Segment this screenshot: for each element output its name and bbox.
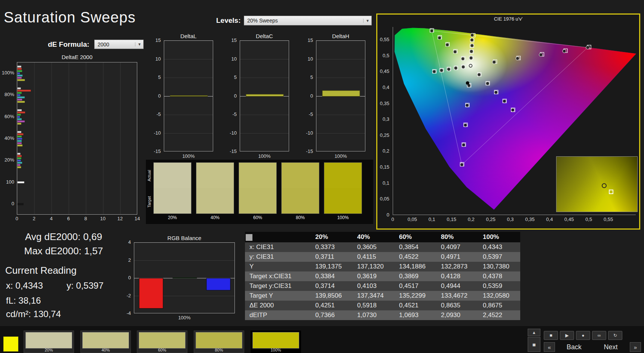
deltae-bar: [18, 94, 21, 96]
levels-dropdown[interactable]: 20% Sweeps ▼: [244, 16, 372, 25]
deltaH-y-tick: 15: [308, 37, 313, 43]
swatch-face: [252, 332, 299, 349]
inset-measured-point: [602, 183, 607, 188]
measured-point-green: [453, 50, 457, 53]
deltaL-y-tick: 5: [158, 74, 161, 80]
deltae-x-tick: 2: [30, 216, 38, 221]
cie-x-tick: 0,1: [425, 217, 439, 222]
rgb-balance-title: RGB Balance: [134, 235, 235, 241]
strip-swatch-100%: [324, 162, 362, 214]
deltac-y-axis: 151050-5-10-15: [226, 40, 238, 151]
current-y: y: 0,5397: [67, 280, 104, 291]
measured-point-green: [446, 43, 449, 46]
row-label: Target x:CIE31: [245, 271, 311, 281]
stop-icon[interactable]: ■: [544, 331, 558, 340]
strip-swatch-80%: [281, 162, 319, 214]
rgb-balance-plot: [134, 242, 235, 313]
deltae-x-tick: 12: [116, 216, 124, 221]
deltae-bar: [18, 203, 24, 205]
refresh-icon[interactable]: ↻: [608, 331, 622, 340]
deltaC-y-tick: 5: [234, 74, 237, 80]
deltac-x-label: 100%: [240, 153, 289, 159]
back-arrow-icon[interactable]: «: [544, 342, 555, 352]
actual-target-swatch-strip: Actual Target 20%40%60%80%100%: [146, 160, 373, 224]
deltah-chart: DeltaH 151050-5-10-15 100%: [303, 33, 365, 162]
deltah-title: DeltaH: [316, 33, 365, 39]
level-swatch-100%[interactable]: 100%: [251, 331, 301, 353]
current-point: [466, 82, 469, 85]
table-cell: 133,4672: [436, 291, 478, 301]
deltae-y-tick: 60%: [4, 114, 14, 119]
deltae-bar: [18, 88, 21, 89]
record-icon[interactable]: ●: [576, 331, 590, 340]
cie-x-tick: 0,15: [445, 217, 458, 222]
deltah-y-axis: 151050-5-10-15: [303, 40, 315, 151]
page-title: Saturation Sweeps: [4, 9, 136, 26]
measured-point-red: [516, 57, 519, 60]
current-patch-swatch[interactable]: [3, 337, 18, 352]
deltae-bar: [18, 145, 23, 147]
table-cell: 0,3373: [311, 242, 353, 252]
deltah-x-label: 100%: [316, 153, 365, 159]
cie-x-tick: 0,35: [523, 217, 537, 222]
deltae-bar: [18, 155, 22, 157]
cie-y-tick: 0,2: [383, 148, 389, 154]
measured-point-magenta: [494, 90, 498, 94]
deltae-y-tick: 0: [12, 201, 14, 206]
back-button[interactable]: Back: [558, 342, 590, 352]
next-button[interactable]: Next: [595, 342, 627, 352]
row-label: ΔE 2000: [245, 301, 311, 310]
deltal-chart: DeltaL 151050-5-10-15 100%: [150, 33, 213, 162]
measured-point-magenta: [478, 73, 481, 76]
measured-point-blue: [462, 143, 465, 147]
actual-half: [196, 163, 234, 188]
table-cell: 0,7366: [311, 310, 353, 320]
table-cell: 0,4378: [478, 271, 520, 281]
table-corner-cell: [245, 232, 311, 242]
table-header-cell: 20%: [311, 232, 353, 242]
strip-swatch-label: 20%: [153, 215, 191, 220]
cie-y-tick: 0,4: [383, 85, 389, 90]
deltal-plot: [164, 40, 213, 151]
play-icon[interactable]: ▶: [560, 331, 574, 340]
table-cell: 0,4521: [395, 301, 436, 310]
table-cell: 0,4115: [353, 252, 395, 262]
level-swatch-40%[interactable]: 40%: [80, 331, 131, 353]
deltae-bar: [18, 70, 22, 72]
table-cell: 2,4522: [478, 310, 520, 320]
level-swatch-20%[interactable]: 20%: [24, 331, 74, 353]
table-row: y: CIE310,37110,41150,45220,49710,5397: [245, 252, 520, 262]
rgb-y-tick: -2: [126, 293, 131, 298]
table-cell: 0,4343: [478, 242, 520, 252]
deltaC-y-tick: -15: [230, 148, 237, 154]
current-reading-label: Current Reading: [5, 265, 77, 276]
de-formula-dropdown[interactable]: 2000 ▼: [94, 40, 144, 49]
cie-y-tick: 0,35: [380, 101, 389, 106]
measured-point-cyan: [440, 69, 443, 72]
loop-icon[interactable]: ∞: [592, 331, 606, 340]
level-swatch-80%[interactable]: 80%: [194, 331, 244, 353]
deltaL-bar: [170, 96, 208, 96]
actual-half: [154, 163, 191, 188]
table-cell: 0,4944: [436, 281, 478, 291]
deltae-y-tick: 100: [6, 179, 14, 185]
deltaC-y-tick: 0: [234, 93, 237, 99]
table-cell: 0,5359: [478, 281, 520, 291]
row-label: dEITP: [245, 310, 311, 320]
table-header-cell: 60%: [395, 232, 436, 242]
deltaL-y-tick: 0: [158, 93, 161, 99]
deltae-bar: [18, 92, 22, 94]
measured-point-yellow: [470, 33, 474, 37]
next-arrow-icon[interactable]: »: [630, 342, 641, 352]
levels-label: Levels:: [216, 16, 240, 25]
deltae-y-tick: 20%: [4, 157, 14, 163]
deltal-x-label: 100%: [164, 153, 213, 159]
cie-y-tick: 0,45: [380, 68, 389, 74]
deltaH-y-tick: -10: [306, 130, 313, 136]
rgb-y-tick: -4: [126, 310, 131, 316]
deltae-y-tick: 40%: [4, 135, 14, 141]
panel-tile-icon[interactable]: ■: [528, 337, 540, 352]
actual-row-label: Actual: [147, 163, 152, 188]
panel-up-icon[interactable]: ▲: [528, 329, 540, 336]
level-swatch-60%[interactable]: 60%: [137, 331, 187, 353]
